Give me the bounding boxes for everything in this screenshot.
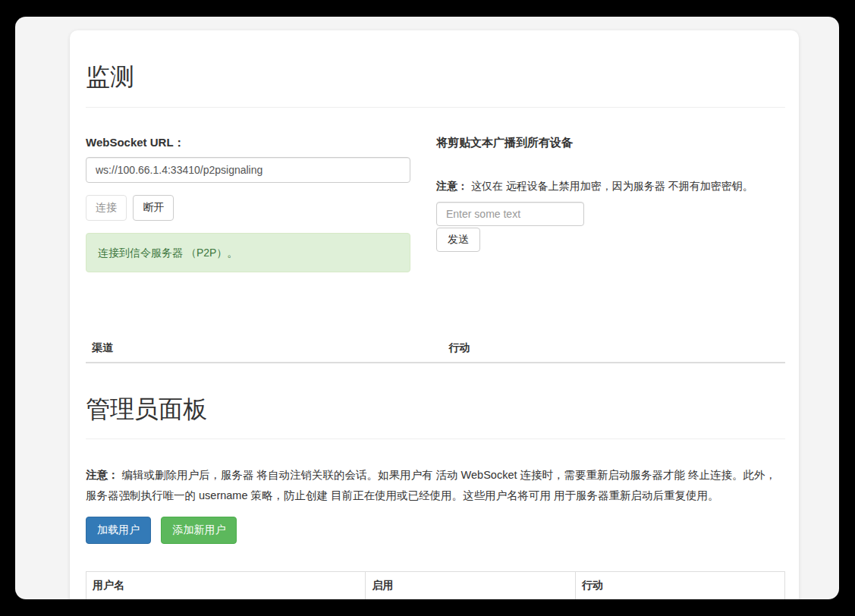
browser-viewport: 监测 WebSocket URL： 连接 断开 连接到信令服务器 （P2P）。 … xyxy=(15,17,839,599)
channels-table: 渠道 行动 xyxy=(86,335,785,363)
channels-table-header-row: 渠道 行动 xyxy=(86,335,785,363)
admin-note-label: 注意： xyxy=(86,469,119,481)
monitor-columns: WebSocket URL： 连接 断开 连接到信令服务器 （P2P）。 将剪贴… xyxy=(86,134,785,272)
users-table: 用户名 启用 行动 xyxy=(86,571,785,599)
monitor-title: 监测 xyxy=(86,61,785,93)
channels-table-header-channel: 渠道 xyxy=(86,335,442,363)
websocket-section: WebSocket URL： 连接 断开 连接到信令服务器 （P2P）。 xyxy=(86,134,435,272)
admin-buttons: 加载用户 添加新用户 xyxy=(86,515,785,544)
broadcast-note-text: 这仅在 远程设备上禁用加密，因为服务器 不拥有加密密钥。 xyxy=(468,180,753,192)
users-table-header-enabled: 启用 xyxy=(366,572,575,599)
divider xyxy=(86,107,785,108)
connection-buttons: 连接 断开 xyxy=(86,195,410,221)
divider xyxy=(86,438,785,439)
admin-note: 注意： 编辑或删除用户后，服务器 将自动注销关联的会话。如果用户有 活动 Web… xyxy=(86,465,785,506)
channels-table-header-action: 行动 xyxy=(442,335,785,363)
broadcast-text-input[interactable] xyxy=(436,202,584,226)
users-table-header-action: 行动 xyxy=(575,572,784,599)
connection-status-alert: 连接到信令服务器 （P2P）。 xyxy=(86,233,410,272)
users-table-header-username: 用户名 xyxy=(86,572,366,599)
broadcast-note: 注意： 这仅在 远程设备上禁用加密，因为服务器 不拥有加密密钥。 xyxy=(436,178,785,193)
load-users-button[interactable]: 加载用户 xyxy=(86,517,151,544)
admin-note-text: 编辑或删除用户后，服务器 将自动注销关联的会话。如果用户有 活动 WebSock… xyxy=(86,469,776,501)
send-button[interactable]: 发送 xyxy=(436,228,480,252)
broadcast-note-label: 注意： xyxy=(436,180,468,192)
admin-panel-title: 管理员面板 xyxy=(86,394,785,426)
users-table-header-row: 用户名 启用 行动 xyxy=(86,572,785,599)
broadcast-title: 将剪贴文本广播到所有设备 xyxy=(436,136,785,150)
broadcast-section: 将剪贴文本广播到所有设备 注意： 这仅在 远程设备上禁用加密，因为服务器 不拥有… xyxy=(435,134,785,272)
connect-button[interactable]: 连接 xyxy=(86,195,127,221)
content-card: 监测 WebSocket URL： 连接 断开 连接到信令服务器 （P2P）。 … xyxy=(70,30,799,599)
websocket-url-input[interactable] xyxy=(86,157,410,183)
websocket-url-label: WebSocket URL： xyxy=(86,136,410,150)
add-user-button[interactable]: 添加新用户 xyxy=(161,517,237,544)
disconnect-button[interactable]: 断开 xyxy=(133,195,174,221)
